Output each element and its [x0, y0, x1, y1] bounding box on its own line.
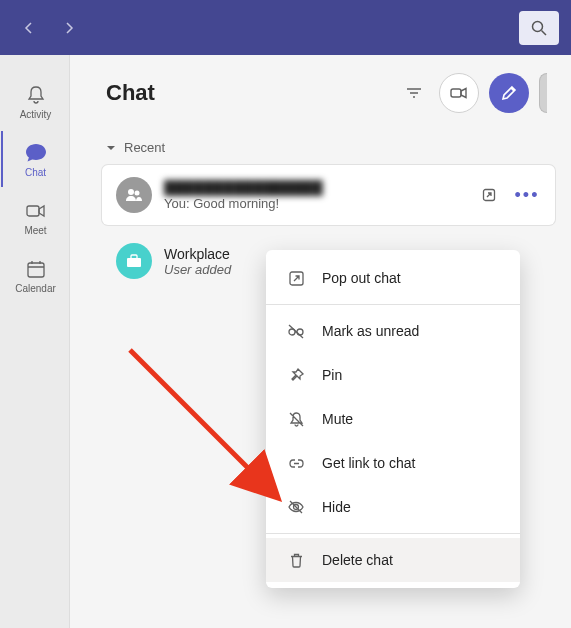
sidebar-item-calendar[interactable]: Calendar: [1, 247, 69, 303]
search-button[interactable]: [519, 11, 559, 45]
sidebar-item-activity[interactable]: Activity: [1, 73, 69, 129]
bell-off-icon: [286, 409, 306, 429]
menu-hide[interactable]: Hide: [266, 485, 520, 529]
meet-now-button[interactable]: [439, 73, 479, 113]
menu-get-link[interactable]: Get link to chat: [266, 441, 520, 485]
filter-icon: [405, 84, 423, 102]
svg-rect-1: [27, 206, 39, 216]
nav-back-button[interactable]: [12, 11, 46, 45]
menu-separator: [266, 533, 520, 534]
menu-label: Mute: [322, 411, 353, 427]
svg-point-5: [135, 191, 140, 196]
context-menu: Pop out chat Mark as unread Pin Mute Get…: [266, 250, 520, 588]
svg-point-0: [533, 21, 543, 31]
more-button[interactable]: •••: [513, 181, 541, 209]
page-title: Chat: [106, 80, 389, 106]
chat-item[interactable]: ████████████████ You: Good morning! •••: [102, 165, 555, 225]
menu-mark-unread[interactable]: Mark as unread: [266, 309, 520, 353]
new-chat-button[interactable]: [489, 73, 529, 113]
sidebar: Activity Chat Meet Calendar: [0, 55, 70, 628]
menu-label: Get link to chat: [322, 455, 415, 471]
menu-label: Pop out chat: [322, 270, 401, 286]
popout-button[interactable]: [475, 181, 503, 209]
chat-actions: •••: [475, 181, 541, 209]
chat-icon: [24, 141, 48, 165]
chevron-left-icon: [21, 20, 37, 36]
nav-forward-button[interactable]: [52, 11, 86, 45]
video-icon: [449, 83, 469, 103]
avatar[interactable]: [539, 73, 547, 113]
chat-body: ████████████████ You: Good morning!: [164, 180, 463, 211]
bell-icon: [24, 83, 48, 107]
pin-icon: [286, 365, 306, 385]
group-avatar: [116, 177, 152, 213]
menu-label: Hide: [322, 499, 351, 515]
menu-pin[interactable]: Pin: [266, 353, 520, 397]
sidebar-item-label: Meet: [24, 225, 46, 236]
section-label: Recent: [124, 140, 165, 155]
menu-separator: [266, 304, 520, 305]
sidebar-item-label: Activity: [20, 109, 52, 120]
briefcase-icon: [125, 252, 143, 270]
eye-off-icon: [286, 497, 306, 517]
video-icon: [24, 199, 48, 223]
svg-rect-7: [127, 258, 141, 267]
sidebar-item-label: Calendar: [15, 283, 56, 294]
section-recent[interactable]: Recent: [70, 130, 571, 165]
svg-rect-2: [28, 263, 44, 277]
workplace-avatar: [116, 243, 152, 279]
popout-icon: [286, 268, 306, 288]
calendar-icon: [24, 257, 48, 281]
chat-title: ████████████████: [164, 180, 463, 196]
svg-rect-3: [451, 89, 461, 97]
svg-point-4: [128, 189, 134, 195]
search-icon: [530, 19, 548, 37]
sidebar-item-label: Chat: [25, 167, 46, 178]
people-icon: [124, 185, 144, 205]
chevron-down-icon: [106, 143, 116, 153]
menu-label: Delete chat: [322, 552, 393, 568]
link-icon: [286, 453, 306, 473]
chat-header: Chat: [70, 55, 571, 130]
trash-icon: [286, 550, 306, 570]
sidebar-item-chat[interactable]: Chat: [1, 131, 69, 187]
filter-button[interactable]: [399, 78, 429, 108]
titlebar: [0, 0, 571, 55]
chat-preview: You: Good morning!: [164, 196, 463, 211]
chevron-right-icon: [61, 20, 77, 36]
compose-icon: [500, 84, 518, 102]
menu-mute[interactable]: Mute: [266, 397, 520, 441]
menu-delete-chat[interactable]: Delete chat: [266, 538, 520, 582]
popout-icon: [481, 187, 497, 203]
glasses-icon: [286, 321, 306, 341]
sidebar-item-meet[interactable]: Meet: [1, 189, 69, 245]
menu-label: Mark as unread: [322, 323, 419, 339]
menu-label: Pin: [322, 367, 342, 383]
ellipsis-icon: •••: [515, 185, 540, 206]
menu-popout[interactable]: Pop out chat: [266, 256, 520, 300]
